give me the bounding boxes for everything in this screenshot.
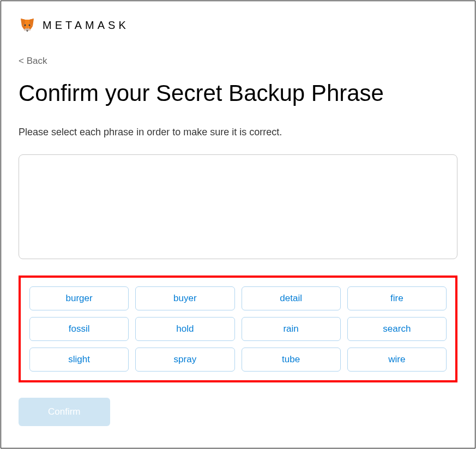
- confirm-button[interactable]: Confirm: [19, 398, 110, 426]
- svg-point-0: [25, 25, 26, 26]
- selected-phrase-box[interactable]: [19, 154, 457, 259]
- word-grid: burger buyer detail fire fossil hold rai…: [29, 286, 447, 372]
- word-chip-rain[interactable]: rain: [242, 317, 341, 341]
- app-window: METAMASK < Back Confirm your Secret Back…: [1, 1, 475, 448]
- content-area: < Back Confirm your Secret Backup Phrase…: [1, 34, 475, 426]
- word-chip-burger[interactable]: burger: [29, 286, 129, 310]
- word-chip-detail[interactable]: detail: [242, 286, 341, 310]
- word-chip-fire[interactable]: fire: [347, 286, 447, 310]
- word-chip-search[interactable]: search: [347, 317, 447, 341]
- header: METAMASK: [1, 1, 475, 34]
- page-title: Confirm your Secret Backup Phrase: [19, 80, 457, 107]
- back-link[interactable]: < Back: [19, 56, 457, 67]
- svg-point-1: [29, 25, 31, 26]
- instructions-text: Please select each phrase in order to ma…: [19, 127, 457, 138]
- brand-name: METAMASK: [43, 19, 129, 32]
- word-selection-area: burger buyer detail fire fossil hold rai…: [19, 276, 457, 382]
- word-chip-hold[interactable]: hold: [135, 317, 234, 341]
- word-chip-slight[interactable]: slight: [29, 348, 129, 372]
- metamask-fox-icon: [19, 16, 36, 34]
- word-chip-spray[interactable]: spray: [135, 348, 234, 372]
- word-chip-tube[interactable]: tube: [242, 348, 341, 372]
- word-chip-wire[interactable]: wire: [347, 348, 447, 372]
- word-chip-fossil[interactable]: fossil: [29, 317, 129, 341]
- word-chip-buyer[interactable]: buyer: [135, 286, 234, 310]
